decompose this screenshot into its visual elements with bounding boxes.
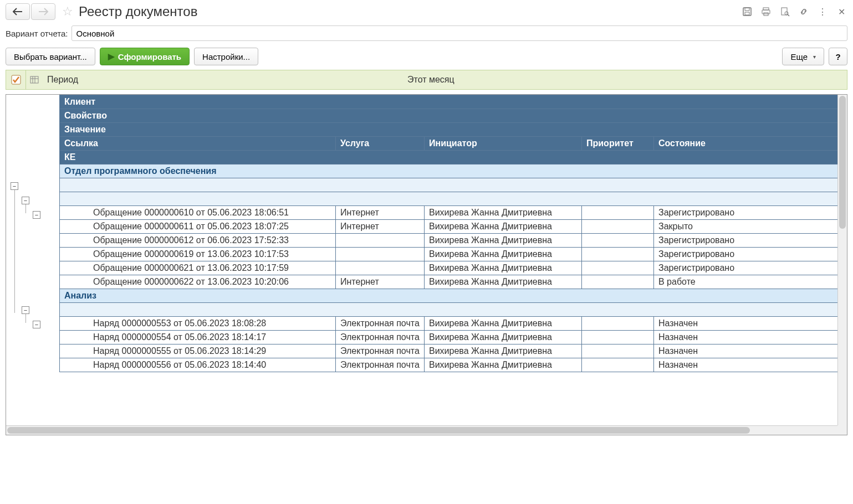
col-reference[interactable]: Ссылка: [60, 137, 336, 151]
table-cell: Назначен: [654, 331, 847, 344]
help-button[interactable]: ?: [829, 48, 847, 65]
select-variant-button[interactable]: Выбрать вариант...: [6, 48, 95, 65]
table-row[interactable]: Обращение 0000000619 от 13.06.2023 10:17…: [60, 248, 847, 261]
table-cell: Обращение 0000000622 от 13.06.2023 10:20…: [60, 275, 336, 289]
table-cell: Вихирева Жанна Дмитриевна: [425, 248, 582, 261]
table-cell: Вихирева Жанна Дмитриевна: [425, 344, 582, 358]
table-row[interactable]: Обращение 0000000612 от 06.06.2023 17:52…: [60, 234, 847, 248]
variant-input[interactable]: [71, 25, 848, 41]
table-cell: [582, 261, 654, 275]
nav-back-button[interactable]: [6, 3, 30, 20]
table-row[interactable]: Обращение 0000000610 от 05.06.2023 18:06…: [60, 206, 847, 220]
kebab-menu-icon[interactable]: ⋮: [816, 6, 829, 18]
table-cell: Электронная почта: [336, 331, 425, 344]
table-cell: [336, 261, 425, 275]
save-icon[interactable]: [741, 6, 753, 18]
table-cell: Зарегистрировано: [654, 206, 847, 220]
table-cell: [582, 248, 654, 261]
filter-type-icon[interactable]: [26, 70, 43, 89]
table-cell: [582, 206, 654, 220]
close-icon[interactable]: ✕: [835, 6, 847, 18]
table-cell: Назначен: [654, 344, 847, 358]
table-cell: Наряд 0000000553 от 05.06.2023 18:08:28: [60, 317, 336, 331]
col-service[interactable]: Услуга: [336, 137, 425, 151]
tree-gutter: − − − − −: [6, 95, 59, 435]
page-title: Реестр документов: [79, 4, 197, 19]
table-cell: Вихирева Жанна Дмитриевна: [425, 206, 582, 220]
tree-collapse-node[interactable]: −: [22, 197, 29, 204]
table-cell: Обращение 0000000611 от 05.06.2023 18:07…: [60, 220, 336, 234]
generate-button[interactable]: ▶ Сформировать: [100, 48, 190, 65]
select-variant-label: Выбрать вариант...: [14, 52, 87, 61]
svg-rect-0: [743, 8, 751, 16]
subgroup-row: [60, 303, 847, 317]
tree-collapse-node[interactable]: −: [33, 211, 40, 219]
table-row[interactable]: Обращение 0000000611 от 05.06.2023 18:07…: [60, 220, 847, 234]
more-label: Еще: [790, 52, 808, 61]
table-cell: Вихирева Жанна Дмитриевна: [425, 261, 582, 275]
table-cell: Вихирева Жанна Дмитриевна: [425, 331, 582, 344]
table-cell: Интернет: [336, 275, 425, 289]
table-cell: Обращение 0000000612 от 06.06.2023 17:52…: [60, 234, 336, 248]
more-button[interactable]: Еще: [782, 48, 824, 65]
table-cell: Наряд 0000000554 от 05.06.2023 18:14:17: [60, 331, 336, 344]
col-priority[interactable]: Приоритет: [582, 137, 654, 151]
table-cell: Назначен: [654, 317, 847, 331]
table-row[interactable]: Обращение 0000000621 от 13.06.2023 10:17…: [60, 261, 847, 275]
table-cell: [336, 234, 425, 248]
table-row[interactable]: Наряд 0000000555 от 05.06.2023 18:14:29Э…: [60, 344, 847, 358]
subgroup-row: [60, 192, 847, 206]
table-cell: Электронная почта: [336, 358, 425, 372]
table-cell: [582, 344, 654, 358]
table-cell: Обращение 0000000619 от 13.06.2023 10:17…: [60, 248, 336, 261]
horizontal-scrollbar[interactable]: [6, 425, 837, 435]
col-initiator[interactable]: Инициатор: [425, 137, 582, 151]
table-cell: Зарегистрировано: [654, 261, 847, 275]
table-cell: Вихирева Жанна Дмитриевна: [425, 358, 582, 372]
table-cell: [582, 275, 654, 289]
header-value: Значение: [60, 123, 847, 137]
subgroup-row: [60, 178, 847, 192]
table-cell: Вихирева Жанна Дмитриевна: [425, 220, 582, 234]
table-cell: Вихирева Жанна Дмитриевна: [425, 234, 582, 248]
table-cell: [582, 358, 654, 372]
table-cell: Наряд 0000000555 от 05.06.2023 18:14:29: [60, 344, 336, 358]
table-cell: [582, 220, 654, 234]
link-icon[interactable]: [798, 6, 810, 18]
table-cell: Электронная почта: [336, 317, 425, 331]
tree-collapse-node[interactable]: −: [22, 306, 29, 314]
table-cell: [582, 317, 654, 331]
table-cell: Обращение 0000000621 от 13.06.2023 10:17…: [60, 261, 336, 275]
group-row[interactable]: Анализ: [60, 289, 847, 303]
tree-collapse-node[interactable]: −: [33, 321, 40, 328]
print-icon[interactable]: [760, 6, 772, 18]
preview-icon[interactable]: [779, 6, 791, 18]
table-row[interactable]: Обращение 0000000622 от 13.06.2023 10:20…: [60, 275, 847, 289]
svg-rect-3: [763, 8, 769, 10]
table-row[interactable]: Наряд 0000000554 от 05.06.2023 18:14:17Э…: [60, 331, 847, 344]
favorite-star-icon[interactable]: ☆: [60, 4, 75, 19]
table-cell: [336, 248, 425, 261]
col-state[interactable]: Состояние: [654, 137, 847, 151]
nav-forward-button[interactable]: [31, 3, 55, 20]
filter-checkbox[interactable]: [6, 70, 26, 89]
header-property: Свойство: [60, 109, 847, 123]
svg-line-8: [788, 14, 789, 16]
tree-collapse-node[interactable]: −: [11, 182, 18, 190]
group-row[interactable]: Отдел программного обеспечения: [60, 164, 847, 178]
table-cell: Обращение 0000000610 от 05.06.2023 18:06…: [60, 206, 336, 220]
filter-label[interactable]: Период: [43, 75, 403, 85]
filter-value[interactable]: Этот месяц: [403, 75, 847, 85]
vertical-scrollbar[interactable]: [837, 95, 847, 425]
header-ke: КЕ: [60, 151, 847, 164]
table-cell: Интернет: [336, 220, 425, 234]
variant-label: Вариант отчета:: [6, 29, 68, 38]
filter-bar: Период Этот месяц: [6, 70, 847, 90]
table-row[interactable]: Наряд 0000000553 от 05.06.2023 18:08:28Э…: [60, 317, 847, 331]
settings-label: Настройки...: [202, 52, 250, 61]
svg-rect-4: [762, 10, 770, 14]
table-row[interactable]: Наряд 0000000556 от 05.06.2023 18:14:40Э…: [60, 358, 847, 372]
table-cell: Вихирева Жанна Дмитриевна: [425, 317, 582, 331]
settings-button[interactable]: Настройки...: [194, 48, 258, 65]
play-icon: ▶: [108, 52, 115, 61]
